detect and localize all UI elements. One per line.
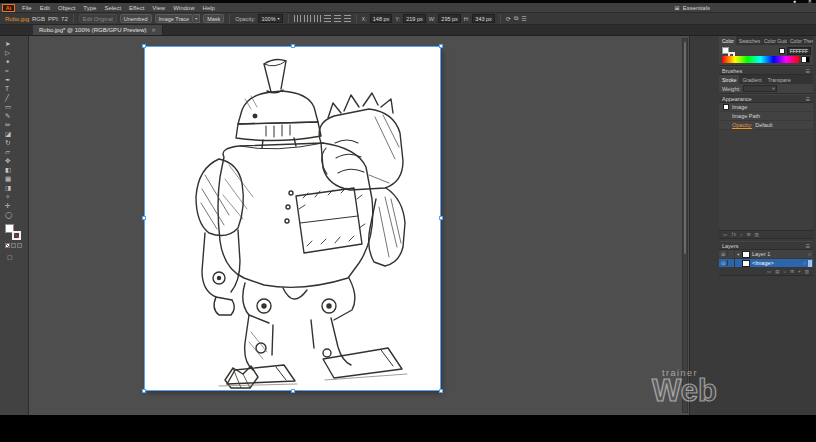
visibility-eye-icon[interactable]: ⊙: [719, 260, 728, 266]
menu-file[interactable]: File: [18, 5, 36, 11]
menu-select[interactable]: Select: [100, 5, 125, 11]
hand-tool[interactable]: ✛: [0, 201, 28, 210]
tab-color-themes[interactable]: Color Themes: [787, 36, 813, 45]
tab-stroke[interactable]: Stroke: [719, 75, 739, 84]
layers-mask-icon[interactable]: ▤: [775, 269, 779, 274]
sublayer-thumbnail[interactable]: [742, 260, 750, 267]
opacity-dropdown-icon[interactable]: ▾: [278, 16, 280, 21]
image-trace-button[interactable]: Image Trace: [155, 14, 194, 23]
selection-handle[interactable]: [439, 216, 443, 220]
menu-type[interactable]: Type: [79, 5, 100, 11]
file-link[interactable]: Robo.jpg: [5, 16, 29, 22]
x-field[interactable]: 148 px: [370, 14, 393, 23]
selection-handle[interactable]: [291, 44, 295, 48]
tab-close-icon[interactable]: ✕: [151, 27, 155, 33]
add-effect-icon[interactable]: ƒx: [731, 232, 736, 237]
align-center-icon[interactable]: [304, 15, 311, 22]
type-tool[interactable]: T: [0, 84, 28, 93]
tab-color[interactable]: Color: [719, 36, 736, 45]
artboard[interactable]: [145, 47, 440, 390]
zoom-tool[interactable]: ◯: [0, 210, 28, 219]
scale-tool[interactable]: ▱: [0, 147, 28, 156]
appearance-panel-header[interactable]: Appearance ☰: [719, 94, 813, 103]
selection-handle[interactable]: [142, 216, 146, 220]
tab-swatches[interactable]: Swatches: [736, 36, 761, 45]
sublayer-name[interactable]: <Image>: [752, 260, 801, 266]
width-tool[interactable]: ✥: [0, 156, 28, 165]
lock-toggle[interactable]: [728, 259, 735, 267]
color-spectrum-bar[interactable]: [722, 56, 799, 63]
weight-dropdown-icon[interactable]: ▾: [772, 86, 774, 91]
layer-row-image-selected[interactable]: ⊙ <Image> ○: [719, 259, 813, 268]
menu-effect[interactable]: Effect: [125, 5, 148, 11]
opacity-link[interactable]: Opacity:: [732, 122, 752, 128]
lasso-tool[interactable]: ≈: [0, 66, 28, 75]
clear-appearance-icon[interactable]: ○: [740, 232, 743, 237]
mesh-tool[interactable]: ▦: [0, 174, 28, 183]
image-trace-dropdown-icon[interactable]: ▾: [193, 14, 200, 23]
align-left-icon[interactable]: [294, 15, 301, 22]
delete-item-icon[interactable]: ▥: [755, 232, 759, 237]
selection-tool[interactable]: ➤: [0, 39, 28, 48]
tab-transparency[interactable]: Transparency: [765, 75, 791, 84]
selection-handle[interactable]: [439, 44, 443, 48]
pen-tool[interactable]: ✒: [0, 75, 28, 84]
panel-menu-icon[interactable]: ☰: [806, 68, 810, 74]
hex-value-field[interactable]: FFFFFF: [787, 47, 811, 55]
w-field[interactable]: 295 px: [438, 14, 461, 23]
canvas[interactable]: [29, 36, 689, 415]
direct-selection-tool[interactable]: ▷: [0, 48, 28, 57]
selection-handle[interactable]: [291, 389, 295, 393]
gradient-tool[interactable]: ◨: [0, 183, 28, 192]
layer-target-icon[interactable]: ○: [803, 260, 806, 266]
selection-handle[interactable]: [142, 44, 146, 48]
layers-delete-icon[interactable]: ▥: [805, 269, 809, 274]
line-segment-tool[interactable]: ╱: [0, 93, 28, 102]
layer-row-layer1[interactable]: ⊙ ▾ Layer 1 ○: [719, 250, 813, 259]
menu-view[interactable]: View: [148, 5, 169, 11]
menu-object[interactable]: Object: [54, 5, 79, 11]
layers-new-layer-icon[interactable]: +: [798, 269, 801, 274]
eyedropper-tool[interactable]: ✧: [0, 192, 28, 201]
layers-new-sublayer-icon[interactable]: ⊞: [790, 269, 794, 274]
selection-handle[interactable]: [439, 389, 443, 393]
transform-icon[interactable]: ⟳: [506, 15, 511, 22]
constrain-proportions-icon[interactable]: ⧉: [514, 15, 518, 22]
vertical-scrollbar[interactable]: [682, 38, 688, 413]
align-bottom-icon[interactable]: [344, 15, 351, 22]
expand-caret-icon[interactable]: ▾: [735, 252, 742, 257]
document-tab[interactable]: Robo.jpg* @ 100% (RGB/GPU Preview) ✕: [33, 25, 163, 35]
h-field[interactable]: 343 px: [472, 14, 495, 23]
appearance-row-image[interactable]: Image: [719, 103, 813, 112]
y-field[interactable]: 219 px: [403, 14, 426, 23]
panel-menu-icon[interactable]: ☰: [806, 96, 810, 102]
selection-handle[interactable]: [142, 389, 146, 393]
lock-toggle[interactable]: [728, 250, 735, 258]
paintbrush-tool[interactable]: ✎: [0, 111, 28, 120]
menu-help[interactable]: Help: [199, 5, 219, 11]
fill-stroke-swatches[interactable]: [5, 224, 21, 240]
layers-panel-header[interactable]: Layers ☰: [719, 241, 813, 250]
shape-builder-tool[interactable]: ◧: [0, 165, 28, 174]
workspace-switcher[interactable]: Essentials: [683, 5, 710, 11]
menu-edit[interactable]: Edit: [36, 5, 54, 11]
menu-window[interactable]: Window: [169, 5, 198, 11]
add-stroke-icon[interactable]: ▭: [723, 232, 727, 237]
color-none-button[interactable]: [5, 243, 10, 248]
duplicate-item-icon[interactable]: ⊞: [747, 232, 751, 237]
appearance-row-image-path[interactable]: Image Path: [719, 112, 813, 121]
panel-menu-icon[interactable]: ☰: [806, 243, 810, 249]
eraser-tool[interactable]: ◪: [0, 129, 28, 138]
brushes-panel-header[interactable]: Brushes ☰: [719, 66, 813, 75]
align-right-icon[interactable]: [314, 15, 321, 22]
appearance-row-opacity[interactable]: Opacity: Default: [719, 121, 813, 130]
unembed-button[interactable]: Unembed: [120, 14, 152, 23]
stroke-swatch[interactable]: [12, 231, 21, 240]
visibility-eye-icon[interactable]: ⊙: [719, 251, 728, 257]
workspace-grid-icon[interactable]: ⊞: [675, 4, 680, 11]
screen-mode-button[interactable]: ▢: [7, 253, 28, 260]
align-middle-icon[interactable]: [334, 15, 341, 22]
opacity-field[interactable]: 100% ▾: [258, 14, 282, 23]
layers-target-icon[interactable]: ○: [784, 269, 787, 274]
control-more-icon[interactable]: ☰: [521, 15, 526, 22]
